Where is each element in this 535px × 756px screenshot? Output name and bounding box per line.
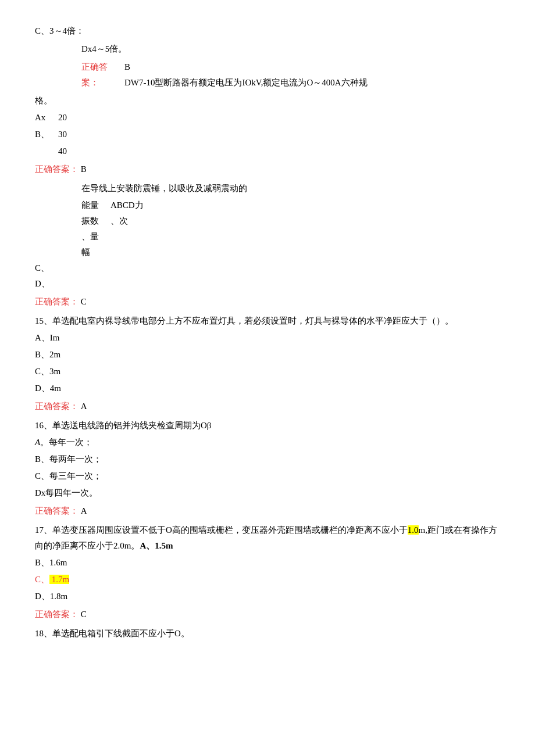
correct-answer-label1: 正确答案：: [81, 59, 122, 91]
question-18-section: 18、单选配电箱引下线截面不应小于O。: [35, 626, 500, 642]
q15-opt-b-val: 2m: [49, 350, 60, 359]
q15-option-a: A、Im: [35, 330, 500, 346]
question-16-text: 16、单选送电线路的铝并沟线夹检查周期为Oβ: [35, 418, 500, 433]
correct-answer-value3: C: [81, 297, 87, 306]
q17-correct-value: C: [81, 610, 87, 619]
q17-option-d: D、1.8m: [35, 589, 500, 604]
q17-opt-d-val: 1.8m: [50, 592, 67, 601]
option-d2: D、: [35, 276, 500, 292]
q16-opt-dx-label: Dx: [35, 488, 45, 497]
q15-correct-label: 正确答案：: [35, 402, 79, 411]
q16-opt-dx-val: 每四年一次。: [45, 488, 98, 497]
q17-option-c: C、 1.7m: [35, 572, 500, 587]
correct-answer-value1: B: [124, 59, 368, 75]
block1-section: C、3～4倍： Dx4～5倍。 正确答案： B DW7-10型断路器有额定电压为…: [35, 23, 500, 177]
question-16-section: 16、单选送电线路的铝并沟线夹检查周期为Oβ A。每年一次； B、每两年一次； …: [35, 418, 500, 519]
q16-opt-b-label: B、: [35, 454, 49, 464]
option-40-value: 40: [58, 144, 67, 159]
q17-opt-c-label: C、: [35, 575, 49, 584]
q15-opt-c-label: C、: [35, 367, 49, 376]
option-ax-value: 20: [58, 110, 67, 126]
q18-text: 、单选配电箱引下线截面不应小于O。: [44, 629, 190, 638]
q15-option-d: D、4m: [35, 381, 500, 396]
q17-opt-b-label: B、: [35, 558, 49, 567]
option-b-label: B、: [35, 127, 58, 142]
question-dw7-text: DW7-10型断路器有额定电压为IOkV,额定电流为O～400A六种规: [124, 75, 368, 91]
q15-option-c: C、3m: [35, 364, 500, 379]
q18-number: 18: [35, 629, 44, 638]
q16-text: 、单选送电线路的铝并沟线夹检查周期为Oβ: [44, 421, 211, 430]
option-c2: C、: [35, 260, 500, 276]
q16-option-c: C、每三年一次；: [35, 468, 500, 484]
q15-opt-d-label: D、: [35, 384, 50, 393]
option-times: 、次: [110, 213, 144, 229]
q16-option-a: A。每年一次；: [35, 435, 500, 450]
q15-opt-d-val: 4m: [50, 384, 61, 393]
q16-correct-value: A: [81, 506, 87, 515]
option-c-label: C、3～4倍：: [35, 23, 500, 39]
q17-option-a-inline: A、1.5m: [140, 541, 173, 550]
question-15-section: 15、单选配电室内裸导线带电部分上方不应布置灯具，若必须设置时，灯具与裸导体的水…: [35, 313, 500, 414]
question-17-section: 17、单选变压器周围应设置不低于O高的围墙或栅栏，变压器外壳距围墙或栅栏的净距离…: [35, 522, 500, 622]
q17-text-part1: 、单选变压器周围应设置不低于O高的围墙或栅栏，变压器外壳距围墙或栅栏的净距离不应…: [44, 525, 408, 535]
question-17-text: 17、单选变压器周围应设置不低于O高的围墙或栅栏，变压器外壳距围墙或栅栏的净距离…: [35, 522, 500, 554]
option-ax-label: Ax: [35, 110, 58, 126]
q15-opt-a-label: A、: [35, 333, 50, 342]
correct-answer-value2: B: [81, 164, 87, 174]
q16-correct-label: 正确答案：: [35, 506, 79, 515]
q16-option-b: B、每两年一次；: [35, 452, 500, 467]
q17-option-b: B、1.6m: [35, 555, 500, 571]
q17-opt-c-val: 1.7m: [49, 575, 69, 584]
q16-number: 16: [35, 421, 44, 430]
q17-opt-b-val: 1.6m: [49, 558, 67, 567]
vibration-intro: 在导线上安装防震锤，以吸收及减弱震动的: [81, 181, 500, 196]
q16-opt-a-label: A: [35, 438, 40, 447]
option-dx: Dx4～5倍。: [81, 41, 500, 57]
q15-number: 15: [35, 316, 44, 325]
correct-answer-label2: 正确答案：: [35, 164, 79, 174]
q15-opt-c-val: 3m: [49, 367, 60, 376]
q15-correct-value: A: [81, 402, 87, 411]
q15-text: 、单选配电室内裸导线带电部分上方不应布置灯具，若必须设置时，灯具与裸导体的水平净…: [44, 316, 454, 325]
q15-opt-b-label: B、: [35, 350, 49, 359]
q16-opt-c-val: 每三年一次；: [49, 471, 102, 481]
option-amplitude: 、量: [81, 229, 99, 245]
q17-highlight1: 1.0: [408, 525, 419, 535]
q16-opt-b-val: 每两年一次；: [49, 454, 102, 464]
q17-number: 17: [35, 525, 44, 535]
question-dw7-suffix: 格。: [35, 93, 500, 109]
q16-option-dx: Dx每四年一次。: [35, 485, 500, 501]
q15-opt-a-val: Im: [50, 333, 60, 342]
block2-section: 在导线上安装防震锤，以吸收及减弱震动的 能量 振数 、量 幅 ABCD力 、次 …: [35, 181, 500, 310]
option-b-value: 30: [58, 127, 67, 142]
q16-opt-a-val: 。每年一次；: [40, 438, 92, 447]
correct-answer-label3: 正确答案：: [35, 297, 79, 306]
q15-option-b: B、2m: [35, 347, 500, 363]
option-vibration: 振数: [81, 213, 99, 229]
q17-correct-label: 正确答案：: [35, 610, 79, 619]
question-18-text: 18、单选配电箱引下线截面不应小于O。: [35, 626, 500, 642]
question-15-text: 15、单选配电室内裸导线带电部分上方不应布置灯具，若必须设置时，灯具与裸导体的水…: [35, 313, 500, 329]
q17-opt-d-label: D、: [35, 592, 50, 601]
q16-opt-c-label: C、: [35, 471, 49, 481]
option-abcd: ABCD力: [110, 198, 144, 213]
option-energy: 能量: [81, 198, 99, 213]
option-force: 幅: [81, 245, 99, 260]
